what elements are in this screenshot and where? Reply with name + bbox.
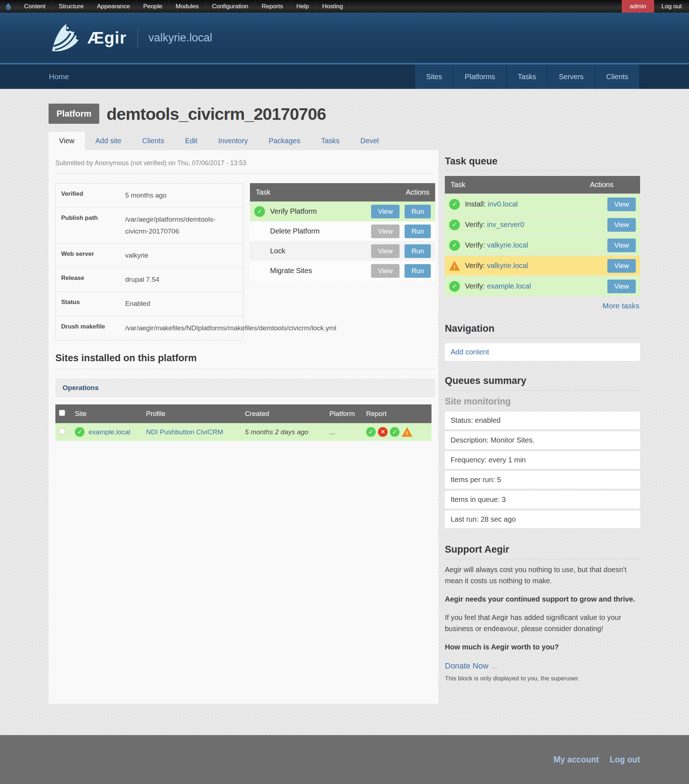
tab-inventory[interactable]: Inventory	[208, 132, 258, 150]
more-tasks-link[interactable]: More tasks	[602, 301, 640, 310]
nav-tab-servers[interactable]: Servers	[547, 64, 595, 89]
queue-stat-items-in-queue: Items in queue: 3	[445, 491, 640, 508]
report-icons: ✓ ✕ ✓ !	[366, 427, 428, 437]
toolbar-item-reports[interactable]: Reports	[255, 0, 290, 13]
support-heading: Support Aegir	[445, 544, 640, 555]
site-link[interactable]: example.local	[89, 428, 130, 436]
column-header-platform: Platform	[326, 404, 362, 423]
tab-tasks[interactable]: Tasks	[311, 132, 350, 150]
error-icon[interactable]: ✕	[378, 427, 388, 437]
run-button[interactable]: Run	[405, 205, 431, 218]
info-value: /var/aegir/platforms/demtools-civicrm-20…	[125, 214, 238, 237]
tab-view[interactable]: View	[49, 132, 85, 150]
nav-tab-clients[interactable]: Clients	[595, 64, 640, 89]
task-target-link[interactable]: inv0.local	[488, 200, 518, 208]
toolbar-item-structure[interactable]: Structure	[53, 0, 90, 13]
info-row-web-server: Web server valkyrie	[56, 243, 243, 267]
toolbar-item-configuration[interactable]: Configuration	[206, 0, 255, 13]
success-icon: ✓	[449, 199, 460, 210]
home-link[interactable]: Home	[49, 72, 69, 81]
nav-tab-sites[interactable]: Sites	[414, 64, 453, 89]
view-button[interactable]: View	[607, 239, 636, 252]
support-paragraph: If you feel that Aegir has added signifi…	[445, 612, 640, 634]
brand-name[interactable]: Ægir	[87, 28, 127, 48]
success-icon[interactable]: ✓	[366, 427, 376, 437]
info-row-release: Release drupal 7.54	[56, 267, 243, 292]
my-account-link[interactable]: My account	[553, 755, 599, 764]
add-content-link[interactable]: Add content	[451, 348, 489, 356]
tab-packages[interactable]: Packages	[258, 132, 311, 150]
view-button-disabled: View	[371, 224, 400, 238]
success-icon[interactable]: ✓	[390, 427, 400, 437]
select-all-checkbox[interactable]	[59, 410, 65, 416]
page-tabs: View Add site Clients Edit Inventory Pac…	[49, 132, 689, 150]
row-checkbox[interactable]	[59, 428, 65, 434]
navigation-block: Navigation Add content	[445, 323, 640, 361]
queue-stat-description: Description: Monitor Sites.	[445, 432, 640, 449]
donate-now-link[interactable]: Donate Now	[445, 661, 488, 670]
release-link[interactable]: drupal 7.54	[125, 274, 159, 285]
operations-bar[interactable]: Operations	[55, 379, 435, 397]
task-target-link[interactable]: inv_server0	[487, 221, 524, 229]
platform-tasks-table: Task Actions ✓ Verify Platform View Run …	[250, 183, 435, 340]
support-aegir-block: Support Aegir Aegir will always cost you…	[445, 544, 640, 682]
toolbar-item-modules[interactable]: Modules	[169, 0, 206, 13]
divider	[445, 559, 640, 559]
info-label: Status	[61, 298, 125, 310]
toolbar-item-appearance[interactable]: Appearance	[90, 0, 137, 13]
info-label: Release	[61, 274, 125, 285]
footer-logout-link[interactable]: Log out	[610, 755, 640, 764]
tab-devel[interactable]: Devel	[350, 132, 389, 150]
queue-table-header: Task Actions	[445, 176, 640, 194]
donate-ellipsis: ...	[488, 661, 497, 670]
sites-section-heading: Sites installed on this platform	[55, 352, 435, 364]
view-button[interactable]: View	[607, 280, 636, 293]
queue-stat-items-per-run: Items per run: 5	[445, 471, 640, 489]
nav-tab-platforms[interactable]: Platforms	[453, 64, 506, 89]
view-button-disabled: View	[371, 264, 400, 278]
tab-edit[interactable]: Edit	[174, 132, 207, 150]
view-button[interactable]: View	[607, 218, 636, 232]
queue-row-verify-example: ✓ Verify: example.local View	[445, 276, 640, 296]
task-target-link[interactable]: example.local	[487, 282, 531, 290]
current-user-badge[interactable]: admin	[622, 0, 654, 13]
warning-icon[interactable]: !	[402, 427, 413, 437]
nav-tab-tasks[interactable]: Tasks	[506, 64, 547, 89]
success-icon: ✓	[449, 281, 460, 292]
aegir-wave-logo	[48, 23, 82, 53]
profile-link[interactable]: NDI Pushbutton CiviCRM	[146, 428, 223, 436]
tab-add-site[interactable]: Add site	[85, 132, 132, 150]
site-header: Ægir valkyrie.local	[0, 13, 689, 63]
toolbar-item-help[interactable]: Help	[290, 0, 316, 13]
site-monitoring-subheading: Site monitoring	[445, 396, 640, 407]
queue-task-text: Verify: inv_server0	[465, 221, 524, 229]
run-button[interactable]: Run	[405, 264, 431, 278]
view-button[interactable]: View	[607, 259, 636, 273]
toolbar-item-hosting[interactable]: Hosting	[316, 0, 350, 13]
toolbar-item-people[interactable]: People	[136, 0, 169, 13]
run-button[interactable]: Run	[405, 244, 431, 258]
divider	[55, 369, 435, 369]
queue-stat-status: Status: enabled	[445, 412, 640, 429]
platform-info-panel: Verified 5 months ago Publish path /var/…	[55, 183, 243, 340]
support-paragraph: Aegir will always cost you nothing to us…	[445, 564, 640, 586]
view-button[interactable]: View	[607, 198, 636, 211]
task-target-link[interactable]: valkyrie.local	[487, 262, 528, 270]
tab-clients[interactable]: Clients	[132, 132, 174, 150]
success-icon: ✓	[254, 206, 265, 217]
web-server-link[interactable]: valkyrie	[125, 250, 148, 261]
drupal-home-icon[interactable]	[0, 0, 18, 13]
toolbar-item-content[interactable]: Content	[18, 0, 53, 13]
main-nav-tabs: Sites Platforms Tasks Servers Clients	[414, 64, 640, 89]
queue-row-verify-inv-server0: ✓ Verify: inv_server0 View	[445, 215, 640, 235]
task-label: Delete Platform	[270, 227, 320, 235]
run-button[interactable]: Run	[405, 224, 431, 238]
view-button[interactable]: View	[371, 205, 400, 218]
site-name: valkyrie.local	[148, 31, 212, 44]
task-queue-heading: Task queue	[445, 156, 640, 167]
task-row-delete-platform: Delete Platform View Run	[250, 221, 435, 241]
logout-link[interactable]: Log out	[654, 0, 689, 13]
queue-task-text: Install: inv0.local	[465, 200, 518, 208]
task-target-link[interactable]: valkyrie.local	[487, 241, 528, 249]
page-title-row: Platform demtools_civicrm_20170706	[49, 104, 689, 124]
